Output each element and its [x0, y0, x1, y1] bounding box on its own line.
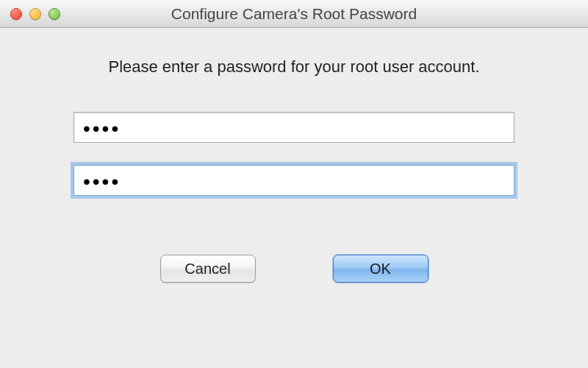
window-title: Configure Camera's Root Password [0, 5, 588, 23]
confirm-password-input[interactable] [74, 165, 514, 196]
window-controls [10, 8, 60, 20]
button-row: Cancel OK [74, 255, 514, 283]
minimize-icon[interactable] [29, 8, 41, 20]
ok-button[interactable]: OK [333, 255, 429, 283]
cancel-button[interactable]: Cancel [160, 255, 256, 283]
dialog-content: Please enter a password for your root us… [0, 28, 588, 305]
close-icon[interactable] [10, 8, 22, 20]
password-input[interactable] [74, 112, 514, 143]
zoom-icon[interactable] [49, 8, 60, 20]
password-row [74, 112, 514, 143]
instruction-text: Please enter a password for your root us… [74, 57, 514, 77]
titlebar: Configure Camera's Root Password [0, 0, 588, 28]
confirm-password-row [74, 165, 514, 196]
